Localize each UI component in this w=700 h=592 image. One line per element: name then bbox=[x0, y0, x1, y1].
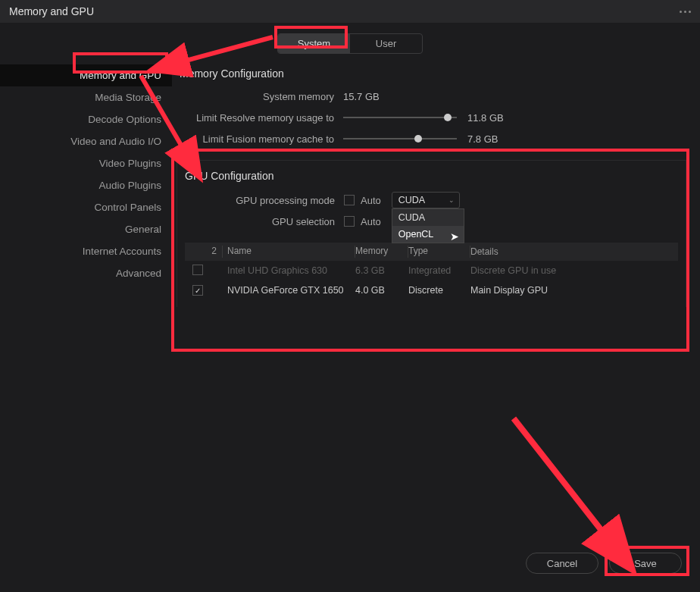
gpu-row-0-memory: 6.3 GB bbox=[355, 265, 408, 276]
sidebar-item-decode-options[interactable]: Decode Options bbox=[0, 108, 172, 130]
gpu-mode-label: GPU processing mode bbox=[177, 195, 344, 206]
memory-section-title: Memory Configuration bbox=[177, 61, 686, 86]
sidebar-item-general[interactable]: General bbox=[0, 218, 172, 240]
gpu-row-1-memory: 4.0 GB bbox=[355, 285, 408, 296]
col-type: Type bbox=[408, 246, 470, 258]
gpu-table-header: 2 Name Memory Type Details bbox=[185, 243, 678, 261]
resolve-memory-value: 11.8 GB bbox=[467, 112, 504, 124]
fusion-memory-label: Limit Fusion memory cache to bbox=[177, 133, 343, 145]
titlebar: Memory and GPU bbox=[0, 0, 700, 23]
sidebar-item-advanced[interactable]: Advanced bbox=[0, 262, 172, 284]
sidebar-item-memory-gpu[interactable]: Memory and GPU bbox=[0, 64, 172, 86]
fusion-memory-value: 7.8 GB bbox=[467, 133, 498, 145]
gpu-row-0[interactable]: Intel UHD Graphics 630 6.3 GB Integrated… bbox=[185, 261, 678, 280]
tabs: System User bbox=[277, 33, 423, 54]
sidebar: Memory and GPU Media Storage Decode Opti… bbox=[0, 61, 172, 307]
gpu-row-0-type: Integrated bbox=[408, 265, 470, 276]
sidebar-item-media-storage[interactable]: Media Storage bbox=[0, 86, 172, 108]
window-title: Memory and GPU bbox=[9, 5, 94, 17]
gpu-row-0-checkbox[interactable] bbox=[192, 265, 203, 275]
gpu-mode-dropdown[interactable]: CUDA ⌄ CUDA OpenCL ➤ bbox=[392, 192, 460, 208]
gpu-row-1-type: Discrete bbox=[408, 285, 470, 296]
gpu-mode-option-opencl[interactable]: OpenCL bbox=[392, 226, 464, 243]
sidebar-item-control-panels[interactable]: Control Panels bbox=[0, 196, 172, 218]
gpu-mode-option-cuda[interactable]: CUDA bbox=[392, 209, 464, 226]
window-menu-dots[interactable] bbox=[680, 11, 691, 13]
gpu-table: 2 Name Memory Type Details Intel UHD Gra… bbox=[185, 243, 678, 300]
gpu-mode-auto-label: Auto bbox=[361, 195, 381, 206]
tab-user[interactable]: User bbox=[350, 34, 422, 53]
gpu-row-1-details: Main Display GPU bbox=[470, 285, 678, 296]
col-memory: Memory bbox=[355, 246, 408, 258]
gpu-row-1-checkbox[interactable]: ✓ bbox=[192, 285, 203, 296]
gpu-mode-menu: CUDA OpenCL ➤ bbox=[392, 208, 464, 243]
gpu-count: 2 bbox=[206, 246, 223, 258]
system-memory-label: System memory bbox=[177, 91, 343, 102]
chevron-down-icon: ⌄ bbox=[448, 196, 455, 204]
system-memory-value: 15.7 GB bbox=[343, 91, 380, 102]
sidebar-item-video-plugins[interactable]: Video Plugins bbox=[0, 152, 172, 174]
gpu-selection-label: GPU selection bbox=[177, 216, 344, 227]
sidebar-item-internet-accounts[interactable]: Internet Accounts bbox=[0, 240, 172, 262]
sidebar-item-audio-plugins[interactable]: Audio Plugins bbox=[0, 174, 172, 196]
col-name: Name bbox=[223, 246, 355, 258]
resolve-memory-slider[interactable] bbox=[343, 117, 457, 118]
gpu-row-1-name: NVIDIA GeForce GTX 1650 bbox=[223, 285, 355, 296]
gpu-mode-auto-checkbox[interactable] bbox=[344, 195, 355, 205]
save-button[interactable]: Save bbox=[609, 553, 682, 574]
gpu-mode-value: CUDA bbox=[398, 195, 425, 205]
gpu-row-0-details: Discrete GPU in use bbox=[470, 265, 678, 276]
gpu-row-0-name: Intel UHD Graphics 630 bbox=[223, 265, 355, 276]
gpu-selection-auto-label: Auto bbox=[361, 216, 381, 227]
gpu-selection-auto-checkbox[interactable] bbox=[344, 216, 355, 227]
gpu-row-1[interactable]: ✓ NVIDIA GeForce GTX 1650 4.0 GB Discret… bbox=[185, 280, 678, 300]
sidebar-item-video-audio-io[interactable]: Video and Audio I/O bbox=[0, 130, 172, 152]
resolve-memory-label: Limit Resolve memory usage to bbox=[177, 112, 343, 124]
col-details: Details bbox=[470, 246, 678, 257]
fusion-memory-slider[interactable] bbox=[343, 138, 457, 139]
tab-system[interactable]: System bbox=[278, 34, 350, 53]
gpu-section-title: GPU Configuration bbox=[177, 161, 686, 190]
cancel-button[interactable]: Cancel bbox=[526, 553, 598, 574]
